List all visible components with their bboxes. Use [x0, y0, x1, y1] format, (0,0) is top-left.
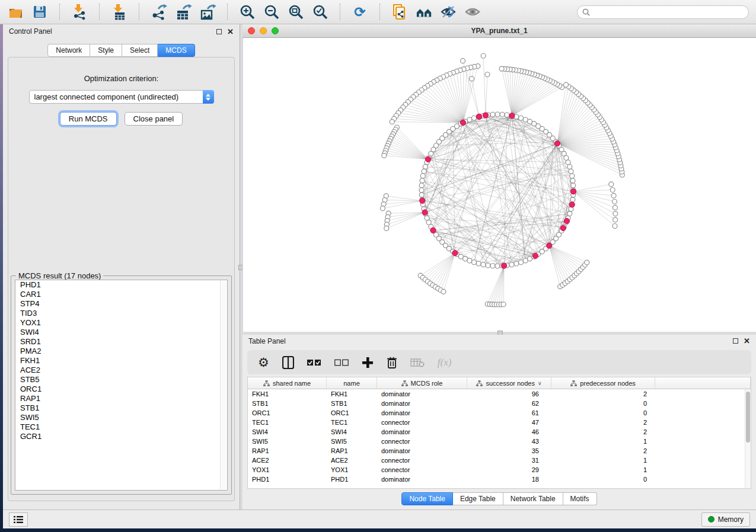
zoom-out-icon[interactable] [263, 4, 280, 20]
graph-node[interactable] [382, 153, 387, 158]
close-panel-icon[interactable]: ✕ [744, 337, 750, 345]
dominator-node[interactable] [460, 120, 465, 125]
graph-node[interactable] [419, 183, 424, 188]
mcds-result-item[interactable]: TEC1 [15, 422, 227, 432]
save-icon[interactable] [31, 4, 48, 20]
graph-node[interactable] [523, 117, 528, 122]
optimization-criterion-select[interactable]: largest connected component (undirected) [29, 90, 214, 104]
unselect-all-icon[interactable] [334, 355, 349, 370]
table-settings-icon[interactable]: ⚙ [258, 355, 269, 370]
graph-node[interactable] [490, 112, 495, 117]
graph-node[interactable] [422, 169, 426, 174]
graph-node[interactable] [441, 289, 446, 294]
close-panel-button[interactable]: Close panel [125, 112, 183, 126]
graph-node[interactable] [570, 178, 575, 183]
tab-network-table[interactable]: Network Table [503, 492, 563, 505]
zoom-fit-icon[interactable] [288, 4, 304, 20]
graph-node[interactable] [481, 53, 486, 58]
graph-node[interactable] [613, 205, 617, 210]
graph-node[interactable] [486, 263, 490, 268]
dominator-node[interactable] [483, 113, 488, 118]
graph-node[interactable] [500, 112, 505, 117]
dominator-node[interactable] [569, 202, 575, 207]
run-mcds-button[interactable]: Run MCDS [60, 112, 117, 126]
graph-node[interactable] [419, 193, 424, 197]
graph-node[interactable] [495, 264, 500, 268]
graph-node[interactable] [420, 174, 425, 178]
add-column-icon[interactable] [362, 355, 374, 370]
graph-node[interactable] [613, 217, 618, 222]
table-row[interactable]: PHD1PHD1dominator180 [248, 475, 751, 484]
mcds-result-item[interactable]: TID3 [15, 309, 227, 318]
column-header-MCDS-role[interactable]: MCDS role [377, 377, 467, 389]
graph-node[interactable] [570, 174, 575, 178]
first-neighbors-icon[interactable] [416, 4, 432, 20]
mcds-result-item[interactable]: STP4 [15, 299, 227, 309]
graph-node[interactable] [384, 226, 389, 230]
task-history-button[interactable] [9, 512, 28, 527]
mcds-result-item[interactable]: PMA2 [15, 347, 227, 356]
graph-node[interactable] [461, 59, 465, 63]
import-table-icon[interactable] [111, 4, 127, 20]
search-box[interactable] [577, 5, 749, 19]
window-maximize-button[interactable] [272, 27, 279, 34]
show-all-eye-icon[interactable] [464, 4, 481, 20]
graph-node[interactable] [505, 113, 509, 117]
dominator-node[interactable] [547, 243, 552, 248]
column-header-predecessor-nodes[interactable]: predecessor nodes [551, 377, 655, 389]
graph-node[interactable] [519, 260, 524, 265]
graph-node[interactable] [613, 224, 617, 229]
table-row[interactable]: ORC1ORC1dominator610 [248, 408, 751, 418]
open-file-icon[interactable] [7, 4, 24, 20]
column-header-name[interactable]: name [327, 377, 377, 389]
graph-node[interactable] [611, 193, 616, 198]
list-scrollbar[interactable] [220, 281, 227, 489]
export-table-icon[interactable] [175, 4, 192, 20]
graph-node[interactable] [467, 258, 472, 263]
mcds-result-item[interactable]: ACE2 [15, 366, 227, 375]
table-row[interactable]: YOX1YOX1connector291 [248, 465, 751, 475]
graph-node[interactable] [585, 260, 589, 265]
graph-node[interactable] [519, 116, 524, 120]
tab-mcds[interactable]: MCDS [158, 44, 194, 57]
table-row[interactable]: TEC1TEC1connector472 [248, 418, 751, 427]
window-close-button[interactable] [248, 27, 255, 34]
dominator-node[interactable] [532, 253, 538, 258]
zoom-in-icon[interactable] [239, 4, 256, 20]
table-scrollbar[interactable] [745, 389, 751, 488]
graph-node[interactable] [476, 261, 481, 266]
tab-select[interactable]: Select [122, 44, 158, 57]
apply-layout-icon[interactable]: ⟳ [352, 4, 368, 20]
graph-node[interactable] [471, 116, 476, 120]
dominator-node[interactable] [502, 263, 507, 268]
graph-node[interactable] [567, 211, 572, 216]
zoom-selected-icon[interactable] [312, 4, 328, 20]
dominator-node[interactable] [564, 218, 569, 223]
clone-network-icon[interactable] [391, 4, 408, 20]
mcds-result-item[interactable]: SRD1 [15, 337, 227, 347]
dominator-node[interactable] [554, 141, 560, 146]
mcds-result-item[interactable]: ORC1 [15, 384, 227, 394]
mcds-result-item[interactable]: YOX1 [15, 318, 227, 328]
export-image-icon[interactable] [199, 4, 216, 20]
graph-node[interactable] [423, 164, 428, 169]
graph-node[interactable] [610, 188, 615, 193]
mcds-result-item[interactable]: FKH1 [15, 356, 227, 366]
table-row[interactable]: FKH1FKH1dominator962 [248, 389, 751, 399]
mcds-result-item[interactable]: CAR1 [15, 290, 227, 299]
select-all-icon[interactable] [307, 355, 321, 370]
graph-node[interactable] [563, 82, 568, 87]
tab-style[interactable]: Style [90, 44, 122, 57]
memory-button[interactable]: Memory [701, 512, 750, 527]
graph-node[interactable] [485, 72, 490, 77]
table-row[interactable]: SWI5SWI5connector431 [248, 437, 751, 446]
tab-node-table[interactable]: Node Table [401, 492, 453, 505]
dominator-node[interactable] [420, 198, 425, 203]
network-graph[interactable] [243, 38, 756, 332]
graph-node[interactable] [380, 206, 385, 211]
column-selector-icon[interactable] [282, 355, 294, 370]
network-view[interactable] [243, 38, 756, 332]
mcds-result-item[interactable]: PHD1 [15, 280, 227, 290]
graph-node[interactable] [612, 199, 617, 204]
mcds-result-list[interactable]: PHD1CAR1STP4TID3YOX1SWI4SRD1PMA2FKH1ACE2… [15, 280, 228, 491]
